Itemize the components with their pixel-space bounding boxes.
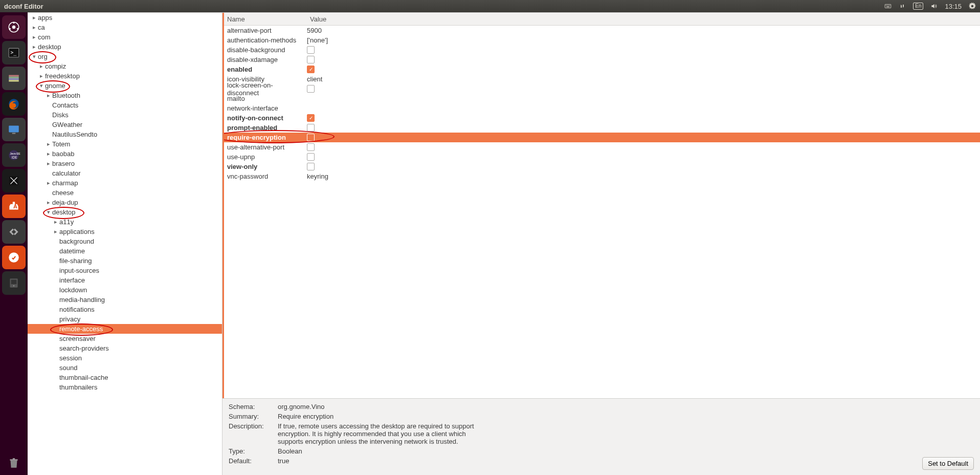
- key-value[interactable]: [304, 114, 980, 122]
- key-row-vnc-password[interactable]: vnc-passwordkeyring: [224, 171, 980, 181]
- key-row-lock-screen-on-disconnect[interactable]: lock-screen-on-disconnect: [224, 84, 980, 94]
- checkbox[interactable]: [307, 153, 315, 161]
- launcher-settings[interactable]: [2, 220, 26, 244]
- checkbox[interactable]: [307, 143, 315, 151]
- launcher-trash[interactable]: [2, 451, 26, 475]
- chevron-right-icon[interactable]: [53, 219, 58, 225]
- tree-node-baobab[interactable]: baobab: [28, 149, 222, 159]
- chevron-right-icon[interactable]: [46, 141, 51, 147]
- set-to-default-button[interactable]: Set to Default: [922, 457, 974, 470]
- chevron-right-icon[interactable]: [32, 24, 37, 31]
- network-icon[interactable]: [899, 3, 906, 10]
- checkbox[interactable]: [307, 114, 315, 122]
- tree-node-thumbnail-cache[interactable]: thumbnail-cache: [28, 373, 222, 382]
- chevron-right-icon[interactable]: [46, 150, 51, 157]
- tree-node-remote-access[interactable]: remote-access: [28, 324, 222, 334]
- tree-node-session[interactable]: session: [28, 353, 222, 363]
- key-row-authentication-methods[interactable]: authentication-methods['none']: [224, 35, 980, 45]
- launcher-update[interactable]: [2, 246, 26, 269]
- key-value[interactable]: [304, 134, 980, 141]
- tree-node-deja-dup[interactable]: deja-dup: [28, 198, 222, 207]
- tree-node-ca[interactable]: ca: [28, 23, 222, 32]
- key-value[interactable]: [304, 66, 980, 73]
- keyboard-icon[interactable]: [884, 3, 892, 10]
- chevron-right-icon[interactable]: [46, 180, 51, 186]
- tree-node-interface[interactable]: interface: [28, 275, 222, 285]
- chevron-right-icon[interactable]: [53, 228, 58, 235]
- launcher-disk[interactable]: [2, 271, 26, 295]
- checkbox[interactable]: [307, 134, 315, 141]
- tree-node-desktop[interactable]: desktop: [28, 207, 222, 217]
- tree-node-datetime[interactable]: datetime: [28, 246, 222, 256]
- launcher-javaee[interactable]: Java EEIDE: [2, 143, 26, 167]
- checkbox[interactable]: [307, 46, 315, 54]
- key-row-view-only[interactable]: view-only: [224, 162, 980, 171]
- launcher-remote[interactable]: [2, 118, 26, 141]
- chevron-right-icon[interactable]: [32, 14, 37, 21]
- tree-node-cheese[interactable]: cheese: [28, 188, 222, 198]
- chevron-right-icon[interactable]: [46, 160, 51, 167]
- key-value[interactable]: [304, 143, 980, 151]
- tree-node-a11y[interactable]: a11y: [28, 217, 222, 227]
- key-row-network-interface[interactable]: network-interface: [224, 103, 980, 113]
- tree-node-desktop[interactable]: desktop: [28, 42, 222, 52]
- chevron-right-icon[interactable]: [32, 44, 37, 50]
- key-value[interactable]: [304, 46, 980, 54]
- tree-node-nautilussendto[interactable]: NautilusSendto: [28, 129, 222, 139]
- launcher-files[interactable]: [2, 67, 26, 90]
- tree-node-gweather[interactable]: GWeather: [28, 120, 222, 129]
- tree-node-notifications[interactable]: notifications: [28, 305, 222, 314]
- key-value[interactable]: ['none']: [304, 36, 980, 44]
- key-value[interactable]: [304, 153, 980, 161]
- tree-node-privacy[interactable]: privacy: [28, 314, 222, 324]
- key-value[interactable]: [304, 85, 980, 93]
- tree-node-contacts[interactable]: Contacts: [28, 100, 222, 110]
- checkbox[interactable]: [307, 163, 315, 170]
- tree-node-lockdown[interactable]: lockdown: [28, 285, 222, 295]
- tree-node-thumbnailers[interactable]: thumbnailers: [28, 382, 222, 392]
- launcher-dash[interactable]: [2, 15, 26, 39]
- tree-node-charmap[interactable]: charmap: [28, 178, 222, 188]
- chevron-down-icon[interactable]: [46, 209, 51, 215]
- tree-node-totem[interactable]: Totem: [28, 139, 222, 149]
- key-value[interactable]: 5900: [304, 27, 980, 34]
- key-row-require-encryption[interactable]: require-encryption: [224, 133, 980, 142]
- checkbox[interactable]: [307, 56, 315, 63]
- key-row-disable-xdamage[interactable]: disable-xdamage: [224, 55, 980, 64]
- tree-node-file-sharing[interactable]: file-sharing: [28, 256, 222, 266]
- key-row-notify-on-connect[interactable]: notify-on-connect: [224, 113, 980, 123]
- column-header-value[interactable]: Value: [307, 15, 980, 23]
- chevron-right-icon[interactable]: [46, 199, 51, 206]
- key-row-mailto[interactable]: mailto: [224, 94, 980, 103]
- chevron-right-icon[interactable]: [39, 73, 44, 79]
- key-value[interactable]: [304, 124, 980, 132]
- gear-icon[interactable]: [969, 3, 976, 10]
- schema-tree[interactable]: appscacomdesktoporgcompizfreedesktopgnom…: [28, 13, 222, 475]
- key-row-enabled[interactable]: enabled: [224, 64, 980, 74]
- tree-node-sound[interactable]: sound: [28, 363, 222, 373]
- tree-node-search-providers[interactable]: search-providers: [28, 343, 222, 353]
- checkbox[interactable]: [307, 66, 315, 73]
- key-value[interactable]: [304, 56, 980, 63]
- tree-node-org[interactable]: org: [28, 52, 222, 61]
- tree-node-freedesktop[interactable]: freedesktop: [28, 71, 222, 81]
- tree-node-gnome[interactable]: gnome: [28, 81, 222, 91]
- key-row-prompt-enabled[interactable]: prompt-enabled: [224, 123, 980, 133]
- language-indicator[interactable]: En: [913, 3, 923, 10]
- tree-node-compiz[interactable]: compiz: [28, 61, 222, 71]
- key-value[interactable]: client: [304, 75, 980, 83]
- launcher-terminal[interactable]: >_: [2, 41, 26, 64]
- key-value[interactable]: keyring: [304, 172, 980, 180]
- tree-node-apps[interactable]: apps: [28, 13, 222, 23]
- checkbox[interactable]: [307, 124, 315, 132]
- volume-icon[interactable]: [930, 3, 938, 10]
- tree-node-background[interactable]: background: [28, 236, 222, 246]
- tree-node-bluetooth[interactable]: Bluetooth: [28, 91, 222, 100]
- tree-node-disks[interactable]: Disks: [28, 110, 222, 120]
- key-list[interactable]: Name Value alternative-port5900authentic…: [222, 13, 980, 398]
- launcher-firefox[interactable]: [2, 92, 26, 116]
- tree-node-media-handling[interactable]: media-handling: [28, 295, 222, 305]
- key-row-icon-visibility[interactable]: icon-visibilityclient: [224, 74, 980, 84]
- tree-node-brasero[interactable]: brasero: [28, 159, 222, 168]
- key-row-alternative-port[interactable]: alternative-port5900: [224, 26, 980, 35]
